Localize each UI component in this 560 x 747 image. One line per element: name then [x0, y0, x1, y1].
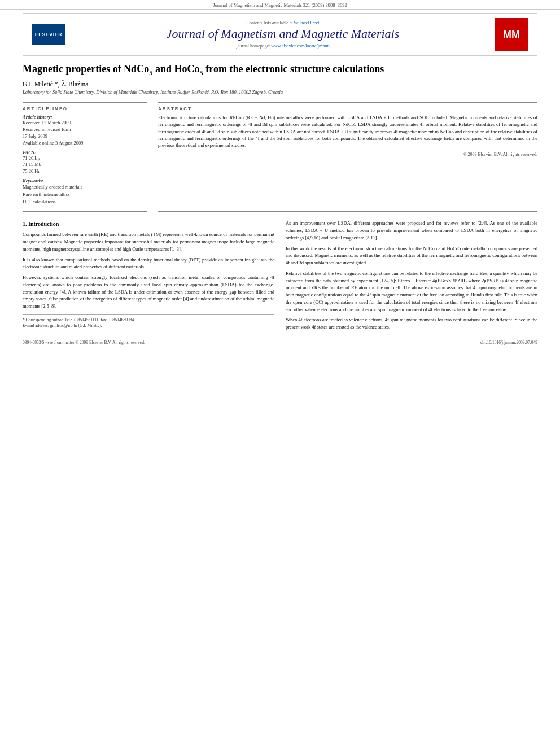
right-p3: Relative stabilities of the two magnetic… — [286, 270, 537, 313]
abstract-box: ABSTRACT Electronic structure calculatio… — [158, 102, 537, 212]
bottom-copyright: 0304-8853/$ - see front matter © 2009 El… — [23, 340, 145, 345]
revised-date: 17 July 2009 — [23, 133, 142, 140]
history-group: Article history: Received 13 March 2009 … — [23, 114, 142, 147]
keyword-2: Rare earth intermetallics — [23, 191, 142, 198]
mm-logo: MM — [495, 18, 528, 51]
keyword-3: DFT calculations — [23, 198, 142, 206]
journal-title: Journal of Magnetism and Magnetic Materi… — [74, 27, 492, 41]
right-p2: In this work the results of the electron… — [286, 245, 537, 267]
body-left-column: 1. Introduction Compounds formed between… — [23, 220, 274, 334]
journal-homepage: journal homepage: www.elsevier.com/locat… — [74, 43, 492, 49]
keywords-label: Keywords: — [23, 178, 142, 184]
footnote-2: E-mail address: gmiletic@irb.hr (G.I. Mi… — [23, 323, 274, 329]
main-content: Magnetic properties of NdCo5 and HoCo5 f… — [23, 63, 537, 334]
keywords-group: Keywords: Magnetically ordered materials… — [23, 178, 142, 205]
intro-p1: Compounds formed between rare earth (RE)… — [23, 231, 274, 252]
mm-logo-area: MM — [492, 18, 531, 51]
revised-label: Received in revised form — [23, 126, 142, 133]
right-p1: As an improvement over LSDA, different a… — [286, 220, 537, 241]
article-title: Magnetic properties of NdCo5 and HoCo5 f… — [23, 63, 537, 77]
right-p4: When 4f electrons are treated as valence… — [286, 316, 537, 331]
section1-heading: 1. Introduction — [23, 220, 274, 228]
homepage-url[interactable]: www.elsevier.com/locate/jmmm — [271, 43, 329, 49]
available-date: Available online 3 August 2009 — [23, 140, 142, 147]
info-abstract-section: ARTICLE INFO Article history: Received 1… — [23, 102, 537, 212]
affiliation: Laboratory for Solid State Chemistry, Di… — [23, 89, 537, 95]
body-columns: 1. Introduction Compounds formed between… — [23, 220, 537, 334]
journal-header: ELSEVIER Contents lists available at Sci… — [23, 13, 537, 56]
received-date: Received 13 March 2009 — [23, 120, 142, 126]
elsevier-logo: ELSEVIER — [32, 24, 65, 45]
pacs-1: 71.20.Lp — [23, 155, 142, 162]
intro-p3: However, systems which contain strongly … — [23, 274, 274, 310]
footnote-area: * Corresponding author. Tel.: +385145611… — [23, 314, 274, 329]
bottom-doi: doi:10.1016/j.jmmm.2009.07.049 — [480, 340, 537, 345]
journal-citation: Journal of Magnetism and Magnetic Materi… — [0, 0, 560, 10]
body-right-column: As an improvement over LSDA, different a… — [286, 220, 537, 334]
authors: G.I. Miletić *, Ž. Blažina — [23, 81, 537, 88]
pacs-3: 75.20.Hr — [23, 168, 142, 175]
sciencedirect-url[interactable]: ScienceDirect — [294, 20, 320, 25]
copyright: © 2009 Elsevier B.V. All rights reserved… — [158, 152, 537, 157]
pacs-group: PACS: 71.20.Lp 71.15.Mb 75.20.Hr — [23, 150, 142, 176]
keyword-1: Magnetically ordered materials — [23, 184, 142, 191]
footnote-1: * Corresponding author. Tel.: +385145611… — [23, 317, 274, 324]
abstract-heading: ABSTRACT — [158, 106, 537, 111]
journal-title-area: Contents lists available at ScienceDirec… — [74, 20, 492, 49]
pacs-2: 71.15.Mb — [23, 161, 142, 168]
elsevier-logo-area: ELSEVIER — [29, 24, 68, 45]
sciencedirect-link: Contents lists available at ScienceDirec… — [74, 20, 492, 25]
abstract-text: Electronic structure calculations for RE… — [158, 114, 537, 149]
history-label: Article history: — [23, 114, 142, 120]
intro-p2: It is also known that computational meth… — [23, 256, 274, 271]
article-info-box: ARTICLE INFO Article history: Received 1… — [23, 102, 147, 212]
pacs-label: PACS: — [23, 150, 142, 155]
citation-text: Journal of Magnetism and Magnetic Materi… — [213, 2, 347, 8]
bottom-bar: 0304-8853/$ - see front matter © 2009 El… — [23, 338, 537, 345]
article-info-heading: ARTICLE INFO — [23, 106, 142, 111]
